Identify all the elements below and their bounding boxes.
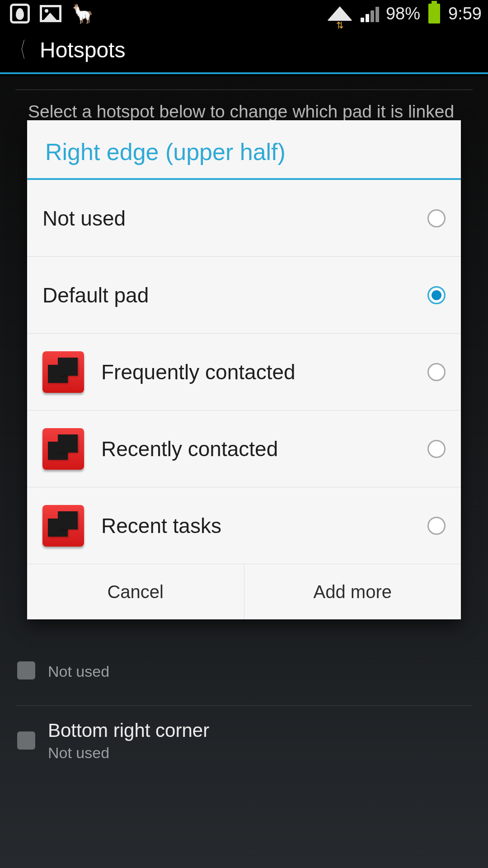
radio-button[interactable] bbox=[427, 517, 446, 535]
app-icon bbox=[42, 505, 84, 547]
dialog-option-label: Recent tasks bbox=[101, 514, 410, 538]
radio-button[interactable] bbox=[427, 286, 446, 304]
dialog-option[interactable]: Default pad bbox=[27, 257, 461, 334]
dialog-option[interactable]: Recently contacted bbox=[27, 410, 461, 487]
dialog-option[interactable]: Recent tasks bbox=[27, 487, 461, 564]
dialog-option-label: Not used bbox=[42, 206, 410, 231]
add-more-button[interactable]: Add more bbox=[244, 564, 461, 619]
dialog-option-label: Recently contacted bbox=[101, 437, 410, 461]
dialog-option-label: Frequently contacted bbox=[101, 360, 410, 384]
radio-button[interactable] bbox=[427, 209, 446, 227]
dialog-option[interactable]: Not used bbox=[27, 180, 461, 257]
app-icon bbox=[42, 428, 84, 470]
app-icon bbox=[42, 351, 84, 393]
cancel-button[interactable]: Cancel bbox=[27, 564, 244, 619]
dialog-option[interactable]: Frequently contacted bbox=[27, 334, 461, 410]
radio-button[interactable] bbox=[427, 440, 446, 458]
dialog: Right edge (upper half) Not usedDefault … bbox=[27, 120, 461, 619]
dialog-title: Right edge (upper half) bbox=[27, 120, 461, 180]
radio-button[interactable] bbox=[427, 363, 446, 381]
dialog-option-label: Default pad bbox=[42, 283, 410, 307]
